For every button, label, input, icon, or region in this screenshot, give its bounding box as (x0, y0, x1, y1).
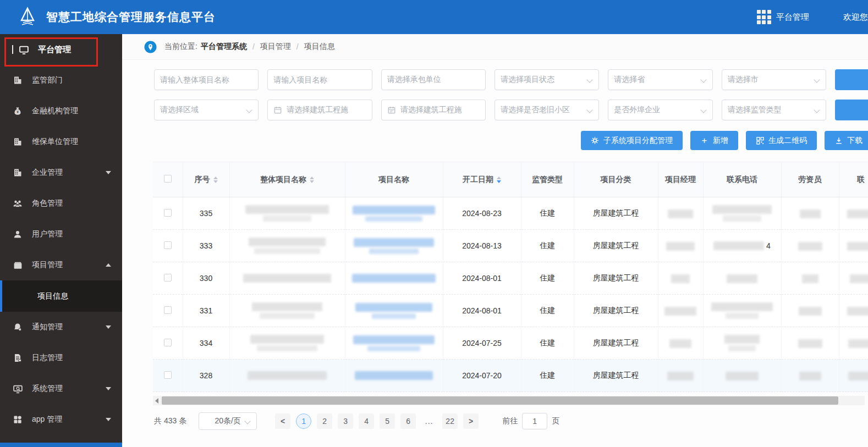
sidebar-item-maintenance-units[interactable]: 维保单位管理 (0, 126, 122, 157)
sidebar-item-role-management[interactable]: 角色管理 (0, 188, 122, 219)
cell-supervision: 住建 (521, 327, 574, 360)
page-button[interactable]: 5 (380, 413, 395, 429)
page-button-active[interactable]: 1 (296, 413, 311, 429)
plus-icon: + (700, 136, 708, 145)
redacted-project-name-link[interactable] (345, 335, 443, 351)
header-platform-nav[interactable]: 平台管理 (776, 12, 809, 23)
table-row[interactable]: 333 2024-08-13 住建 房屋建筑工程 4 (153, 230, 868, 262)
sidebar-item-project-management[interactable]: 项目管理 (0, 250, 122, 280)
more-pages-icon[interactable]: ... (421, 413, 437, 429)
download-button[interactable]: 下载 (825, 131, 868, 150)
sort-icons[interactable] (213, 176, 218, 183)
apps-grid-icon[interactable] (757, 10, 771, 24)
log-file-icon (12, 352, 23, 363)
page-button[interactable]: 3 (338, 413, 353, 429)
horizontal-scrollbar[interactable] (153, 396, 865, 405)
breadcrumb-project-management[interactable]: 项目管理 (260, 42, 291, 52)
chevron-down-icon (106, 418, 111, 421)
sidebar-item-regulatory-department[interactable]: 监管部门 (0, 65, 122, 96)
redacted-cell (847, 242, 868, 251)
search-button-partial[interactable] (835, 69, 868, 90)
app-logo-icon (17, 6, 39, 28)
col-serial[interactable]: 序号 (183, 162, 229, 197)
overall-project-name-field[interactable] (154, 69, 259, 90)
project-name-field[interactable] (267, 69, 372, 90)
generate-qrcode-button[interactable]: 生成二维码 (746, 131, 817, 150)
redacted-project-name-link[interactable] (345, 371, 443, 380)
cell-supervision: 住建 (521, 262, 574, 295)
sidebar-item-platform-management[interactable]: 平台管理 (0, 34, 122, 65)
redacted-project-name-link[interactable] (345, 303, 443, 319)
table-row[interactable]: 331 2024-08-01 住建 房屋建筑工程 (153, 295, 868, 327)
province-select[interactable]: 请选择省 (608, 69, 712, 90)
breadcrumb-project-info[interactable]: 项目信息 (304, 42, 335, 52)
table-row[interactable]: 335 2024-08-23 住建 房屋建筑工程 (153, 197, 868, 230)
sidebar-item-label: 监管部门 (32, 75, 63, 85)
page-button[interactable]: 22 (442, 413, 458, 429)
table-row[interactable]: 334 2024-07-25 住建 房屋建筑工程 (153, 327, 868, 360)
subsystem-assign-button[interactable]: 子系统项目分配管理 (581, 131, 683, 150)
sidebar-item-enterprise-management[interactable]: 企业管理 (0, 157, 122, 188)
reset-button-partial[interactable] (835, 100, 868, 120)
sidebar-subitem-project-info[interactable]: 项目信息 (0, 280, 122, 312)
redacted-project-name-link[interactable] (345, 274, 443, 283)
redacted-project-name-link[interactable] (345, 206, 443, 222)
redacted-project-name-link[interactable] (345, 238, 443, 254)
redacted-overall-name (230, 335, 345, 351)
breadcrumb-root[interactable]: 平台管理系统 (201, 42, 247, 52)
row-checkbox[interactable] (164, 274, 172, 282)
redacted-manager (668, 209, 693, 218)
col-clipped: 联 (839, 162, 868, 197)
project-name-input[interactable] (273, 75, 366, 84)
city-select[interactable]: 请选择市 (722, 69, 826, 90)
page-button[interactable]: 2 (317, 413, 332, 429)
sidebar-item-notification-management[interactable]: 通知管理 (0, 312, 122, 343)
scrollbar-thumb[interactable] (162, 396, 838, 405)
redacted-cell (848, 339, 868, 348)
sidebar-item-system-management[interactable]: 系统管理 (0, 373, 122, 404)
sort-icons[interactable] (310, 176, 314, 183)
redacted-overall-name (230, 274, 345, 283)
goto-page-input[interactable] (522, 413, 547, 429)
row-checkbox[interactable] (164, 209, 172, 217)
redacted-labor (800, 209, 821, 218)
region-select[interactable]: 请选择区域 (154, 100, 259, 120)
page-button[interactable]: 4 (359, 413, 374, 429)
sidebar-item-log-management[interactable]: 日志管理 (0, 343, 122, 373)
next-page-button[interactable]: > (463, 413, 479, 429)
page-size-select[interactable]: 20条/页 (199, 412, 257, 430)
sidebar-item-user-management[interactable]: 用户管理 (0, 219, 122, 250)
chevron-up-icon (106, 263, 111, 267)
add-button[interactable]: + 新增 (690, 131, 738, 150)
construction-date-end-picker[interactable]: 请选择建筑工程施 (381, 100, 486, 120)
table-row[interactable]: 330 2024-08-01 住建 房屋建筑工程 (153, 262, 868, 295)
sidebar-item-financial-institutions[interactable]: ¥ 金融机构管理 (0, 96, 122, 126)
row-checkbox[interactable] (164, 339, 172, 346)
overall-project-name-input[interactable] (160, 75, 252, 84)
filter-row-1: 请选择承包单位 请选择项目状态 请选择省 请选择市 (154, 69, 868, 90)
total-count: 共 433 条 (154, 416, 186, 426)
supervision-type-select[interactable]: 请选择监管类型 (722, 100, 826, 120)
project-status-select[interactable]: 请选择项目状态 (495, 69, 599, 90)
old-community-select[interactable]: 请选择是否老旧小区 (495, 100, 599, 120)
row-checkbox[interactable] (164, 371, 172, 379)
cell-serial: 335 (183, 197, 229, 230)
sidebar-item-label: 平台管理 (38, 45, 71, 55)
sidebar-item-app-management[interactable]: app 管理 (0, 404, 122, 435)
col-start-date[interactable]: 开工日期 (443, 162, 521, 197)
row-checkbox[interactable] (164, 306, 172, 314)
select-all-checkbox[interactable] (164, 175, 172, 183)
cell-category: 房屋建筑工程 (574, 197, 658, 230)
page-button[interactable]: 6 (400, 413, 416, 429)
sort-icons-active[interactable] (497, 176, 501, 183)
redacted-phone (704, 205, 781, 222)
cell-serial: 330 (183, 262, 229, 295)
external-enterprise-select[interactable]: 是否外埠企业 (608, 100, 712, 120)
contractor-select[interactable]: 请选择承包单位 (381, 69, 486, 90)
col-overall-name[interactable]: 整体项目名称 (229, 162, 345, 197)
scroll-left-icon[interactable] (155, 398, 158, 404)
construction-date-start-picker[interactable]: 请选择建筑工程施 (267, 100, 372, 120)
prev-page-button[interactable]: < (275, 413, 290, 429)
row-checkbox[interactable] (164, 241, 172, 249)
table-row[interactable]: 328 2024-07-20 住建 房屋建筑工程 (153, 360, 868, 392)
